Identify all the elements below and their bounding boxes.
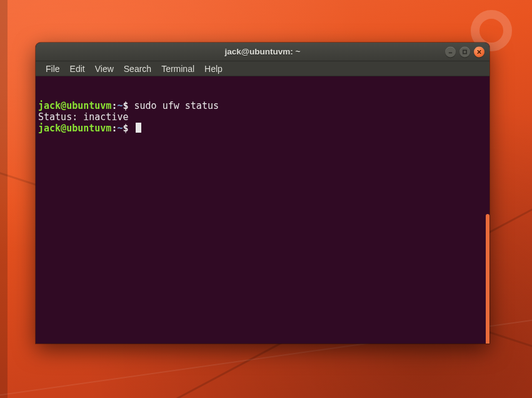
maximize-button[interactable] (459, 46, 470, 57)
terminal-cursor (136, 123, 141, 133)
menu-search[interactable]: Search (119, 63, 156, 75)
menu-edit[interactable]: Edit (65, 63, 90, 75)
terminal-window: jack@ubuntuvm: ~ File Edit View Search T… (36, 43, 489, 344)
terminal-prompt-line: jack@ubuntuvm:~$ sudo ufw status (38, 100, 487, 111)
svg-rect-0 (463, 50, 466, 53)
minimize-button[interactable] (445, 46, 456, 57)
terminal-output-line: Status: inactive (38, 111, 487, 123)
menu-help[interactable]: Help (199, 63, 228, 75)
window-titlebar[interactable]: jack@ubuntuvm: ~ (36, 43, 489, 61)
terminal-scrollbar[interactable] (486, 214, 489, 344)
menu-view[interactable]: View (90, 63, 119, 75)
prompt-user: jack@ubuntuvm (38, 100, 111, 111)
prompt-user: jack@ubuntuvm (38, 123, 111, 134)
prompt-symbol: $ (123, 100, 134, 111)
prompt-symbol: $ (123, 123, 134, 134)
close-icon (476, 49, 482, 54)
menubar: File Edit View Search Terminal Help (36, 61, 489, 76)
close-button[interactable] (474, 46, 484, 57)
menu-file[interactable]: File (41, 63, 65, 75)
window-title: jack@ubuntuvm: ~ (225, 47, 301, 56)
terminal-prompt-line: jack@ubuntuvm:~$ (38, 123, 487, 134)
terminal-body[interactable]: jack@ubuntuvm:~$ sudo ufw statusStatus: … (36, 76, 489, 344)
prompt-command: sudo ufw status (134, 100, 219, 111)
output-text: Status: inactive (38, 111, 129, 123)
menu-terminal[interactable]: Terminal (156, 63, 199, 75)
maximize-icon (462, 49, 468, 54)
window-controls (445, 46, 484, 57)
minimize-icon (448, 49, 453, 54)
